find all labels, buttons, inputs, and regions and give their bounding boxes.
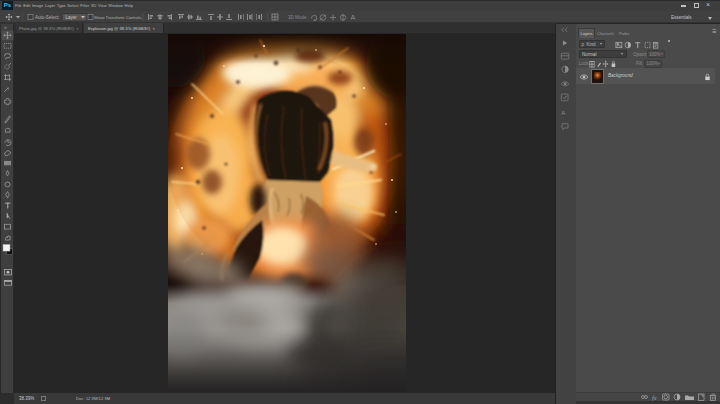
svg-text:A: A (561, 110, 565, 116)
svg-text:fx: fx (652, 395, 657, 401)
